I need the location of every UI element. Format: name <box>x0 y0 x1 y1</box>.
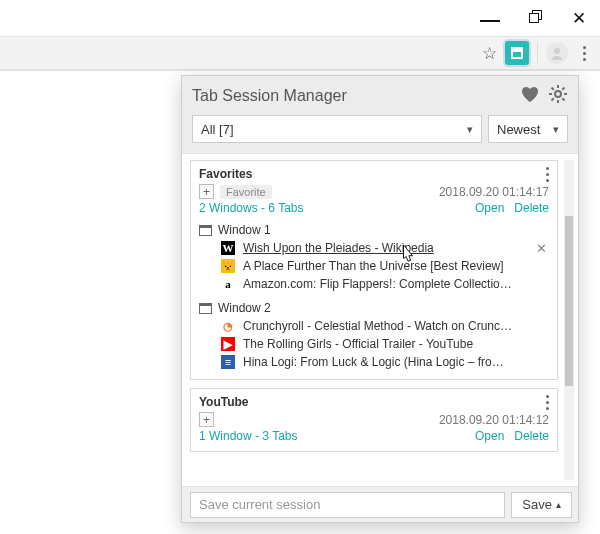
svg-point-2 <box>554 48 560 54</box>
session-timestamp: 2018.09.20 01:14:17 <box>439 185 549 199</box>
window-icon <box>199 303 212 314</box>
session-title: YouTube <box>199 395 249 409</box>
session-timestamp: 2018.09.20 01:14:12 <box>439 413 549 427</box>
tab-title: The Rolling Girls - Official Trailer - Y… <box>243 337 473 351</box>
tab-row[interactable]: WWish Upon the Pleiades - Wikipedia✕ <box>199 239 549 257</box>
favicon: ▶ <box>221 337 235 351</box>
svg-line-11 <box>562 88 564 90</box>
tab-title: Hina Logi: From Luck & Logic (Hina Logic… <box>243 355 513 369</box>
tab-row[interactable]: ◔Crunchyroll - Celestial Method - Watch … <box>199 317 549 335</box>
minimize-button[interactable] <box>480 20 500 22</box>
svg-line-10 <box>552 98 554 100</box>
tab-row[interactable]: 😾A Place Further Than the Universe [Best… <box>199 257 549 275</box>
window-row[interactable]: Window 2 <box>199 301 549 315</box>
sort-select[interactable]: Newest ▾ <box>488 115 568 143</box>
session-title: Favorites <box>199 167 252 181</box>
bookmark-star[interactable]: ☆ <box>482 43 497 64</box>
session-card: YouTube+2018.09.20 01:14:121 Window - 3 … <box>190 388 558 452</box>
save-button[interactable]: Save ▴ <box>511 492 572 518</box>
svg-line-9 <box>562 98 564 100</box>
svg-point-3 <box>555 91 561 97</box>
browser-toolbar: ☆ <box>0 36 600 70</box>
session-summary: 1 Window - 3 Tabs <box>199 429 298 443</box>
extension-popup: Tab Session Manager All [7] ▾ Newest <box>181 75 579 523</box>
extension-icon[interactable] <box>505 41 529 65</box>
window-row[interactable]: Window 1 <box>199 223 549 237</box>
svg-rect-1 <box>512 48 522 52</box>
chevron-up-icon: ▴ <box>556 499 561 510</box>
window-controls: ✕ <box>0 0 600 36</box>
add-tag-button[interactable]: + <box>199 184 214 199</box>
favicon: W <box>221 241 235 255</box>
session-summary: 2 Windows - 6 Tabs <box>199 201 304 215</box>
tab-row[interactable]: aAmazon.com: Flip Flappers!: Complete Co… <box>199 275 549 293</box>
tab-title: Wish Upon the Pleiades - Wikipedia <box>243 241 434 255</box>
open-link[interactable]: Open <box>475 201 504 215</box>
chevron-down-icon: ▾ <box>467 123 473 136</box>
tab-row[interactable]: ≡Hina Logi: From Luck & Logic (Hina Logi… <box>199 353 549 371</box>
maximize-button[interactable] <box>530 12 542 24</box>
favicon: ◔ <box>221 319 235 333</box>
delete-link[interactable]: Delete <box>514 201 549 215</box>
filter-select[interactable]: All [7] ▾ <box>192 115 482 143</box>
session-list: Favorites+Favorite2018.09.20 01:14:172 W… <box>182 154 578 486</box>
add-tag-button[interactable]: + <box>199 412 214 427</box>
popup-header: Tab Session Manager All [7] ▾ Newest <box>182 76 578 154</box>
scrollbar[interactable] <box>564 160 574 480</box>
open-link[interactable]: Open <box>475 429 504 443</box>
close-button[interactable]: ✕ <box>572 8 586 29</box>
sort-label: Newest <box>497 122 540 137</box>
favicon: a <box>221 277 235 291</box>
popup-footer: Save ▴ <box>182 486 578 522</box>
favicon: ≡ <box>221 355 235 369</box>
delete-link[interactable]: Delete <box>514 429 549 443</box>
session-card: Favorites+Favorite2018.09.20 01:14:172 W… <box>190 160 558 380</box>
favorite-badge: Favorite <box>220 185 272 199</box>
tab-title: Crunchyroll - Celestial Method - Watch o… <box>243 319 513 333</box>
filter-label: All [7] <box>201 122 234 137</box>
session-menu[interactable] <box>546 167 549 182</box>
chevron-down-icon: ▾ <box>553 123 559 136</box>
page-canvas: Tab Session Manager All [7] ▾ Newest <box>0 70 600 534</box>
window-icon <box>199 225 212 236</box>
session-menu[interactable] <box>546 395 549 410</box>
profile-avatar[interactable] <box>546 42 568 64</box>
window-label: Window 2 <box>218 301 271 315</box>
tab-title: A Place Further Than the Universe [Best … <box>243 259 504 273</box>
tab-title: Amazon.com: Flip Flappers!: Complete Col… <box>243 277 513 291</box>
favorites-icon[interactable] <box>520 85 540 106</box>
favicon: 😾 <box>221 259 235 273</box>
settings-icon[interactable] <box>548 84 568 107</box>
tab-row[interactable]: ▶The Rolling Girls - Official Trailer - … <box>199 335 549 353</box>
window-label: Window 1 <box>218 223 271 237</box>
separator <box>537 43 538 63</box>
scrollbar-thumb[interactable] <box>565 216 573 386</box>
session-name-input[interactable] <box>190 492 505 518</box>
browser-menu[interactable] <box>576 46 592 61</box>
popup-title: Tab Session Manager <box>192 87 347 105</box>
close-tab-icon[interactable]: ✕ <box>536 241 547 256</box>
svg-line-8 <box>552 88 554 90</box>
